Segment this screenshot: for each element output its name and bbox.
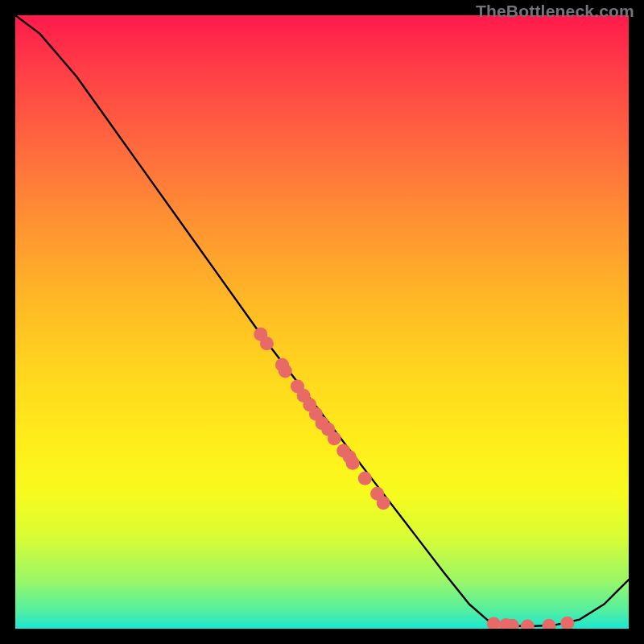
chart-dot bbox=[346, 456, 360, 470]
chart-dot bbox=[560, 617, 574, 629]
chart-dot bbox=[487, 617, 501, 629]
chart-dot bbox=[260, 336, 274, 350]
chart-dot bbox=[521, 619, 535, 629]
chart-dot bbox=[377, 496, 390, 510]
chart-curve bbox=[15, 15, 629, 626]
attribution-label: TheBottleneck.com bbox=[476, 2, 634, 21]
chart-dots bbox=[254, 328, 574, 629]
chart-dot bbox=[279, 364, 292, 378]
chart-dot bbox=[542, 619, 555, 629]
chart-dot bbox=[358, 472, 372, 485]
chart-stage: TheBottleneck.com bbox=[0, 0, 644, 644]
chart-plot-area bbox=[15, 15, 629, 629]
chart-overlay bbox=[15, 15, 629, 629]
chart-dot bbox=[328, 431, 341, 445]
